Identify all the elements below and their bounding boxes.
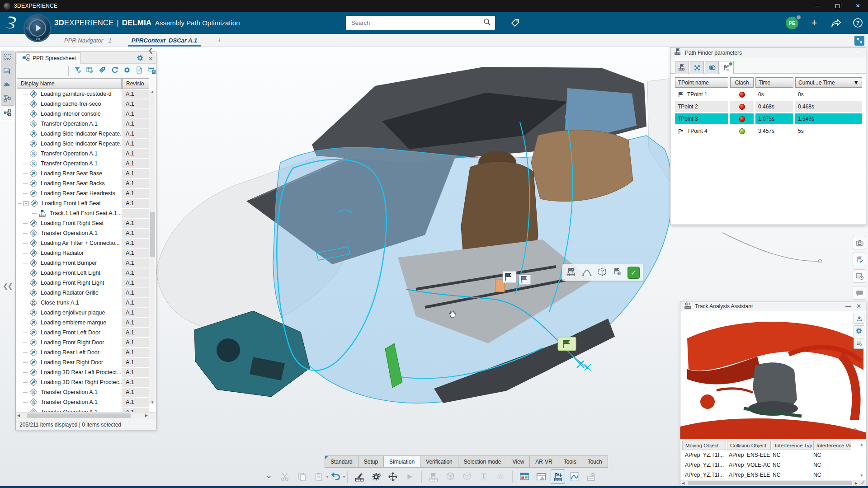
snapshot-history-icon[interactable] bbox=[853, 269, 866, 283]
collapse-left-chevron[interactable]: ❮❮ bbox=[3, 282, 12, 290]
document-tab-2[interactable]: PPRContext_DSCar A.1 bbox=[131, 35, 198, 46]
filter-edit-icon[interactable] bbox=[74, 66, 82, 76]
panel-close-icon[interactable]: ✕ bbox=[148, 56, 153, 62]
search-input[interactable] bbox=[346, 19, 483, 27]
pf-column-header[interactable]: Cumul...e Time▼ bbox=[795, 77, 862, 88]
collapse-chevron-icon[interactable] bbox=[261, 469, 276, 484]
parts-stack-icon[interactable] bbox=[3, 80, 13, 90]
tpoint-row[interactable]: TPoint 31.075s1.543s bbox=[675, 113, 866, 124]
tree-row[interactable]: Transfer Operation A.1A.1 bbox=[17, 228, 156, 238]
image-note-icon[interactable] bbox=[3, 66, 13, 76]
dropdown-caret-icon[interactable]: ▼ bbox=[342, 475, 346, 479]
panel-minimize-icon[interactable]: — bbox=[854, 50, 862, 56]
tree-row[interactable]: Loading Front Right LightA.1 bbox=[17, 278, 156, 288]
flag-check-icon[interactable] bbox=[853, 253, 866, 266]
tree-row[interactable]: Loading Front Right DoorA.1 bbox=[17, 338, 156, 347]
frame-select-icon[interactable] bbox=[3, 53, 13, 63]
tag-icon[interactable] bbox=[98, 66, 106, 76]
table-save-icon[interactable] bbox=[148, 66, 156, 76]
tree-row[interactable]: Transfer Operation A.1A.1 bbox=[17, 397, 156, 407]
tree-row[interactable]: Loading Side Indicator Repeate...A.1 bbox=[17, 139, 156, 149]
document-tab-1[interactable]: PPR Navigator - 1 bbox=[63, 35, 113, 46]
tree-row[interactable]: Loading RadiatorA.1 bbox=[17, 248, 156, 258]
section-tab-ar-vr[interactable]: AR-VR bbox=[529, 455, 557, 468]
interference-row[interactable]: APrep_YZ.T1I...APrep_VOLE-AC...NCNC bbox=[682, 460, 865, 470]
tpoint-name-cell[interactable]: TPoint 2 bbox=[675, 101, 728, 112]
tpoint-row[interactable]: TPoint 10s0s bbox=[675, 89, 866, 100]
import-results-icon[interactable] bbox=[854, 313, 864, 324]
tpoint-row[interactable]: TPoint 20.468s0.468s bbox=[675, 101, 866, 112]
panel-settings-gear-icon[interactable] bbox=[136, 54, 144, 64]
fullscreen-expand-icon[interactable] bbox=[854, 36, 864, 46]
tree-row[interactable]: Loading Radiator GrilleA.1 bbox=[17, 288, 156, 298]
panel-resize-handle[interactable] bbox=[859, 479, 865, 485]
tree-row[interactable]: Loading enjoliveur plaqueA.1 bbox=[17, 308, 156, 318]
table-edit-icon[interactable] bbox=[86, 66, 94, 76]
cumulative-time-cell[interactable]: 1.543s bbox=[795, 113, 862, 124]
structure-tree-icon[interactable] bbox=[3, 94, 13, 103]
bounding-box-icon[interactable] bbox=[597, 267, 609, 278]
camera-icon[interactable] bbox=[853, 236, 866, 249]
collapse-panel-chevron[interactable]: ❮ bbox=[148, 47, 153, 54]
tree-row[interactable]: Loading interior consoleA.1 bbox=[17, 109, 156, 119]
tree-row[interactable]: Transfer Operation A.1A.1 bbox=[17, 149, 156, 159]
ppr-horizontal-scrollbar[interactable]: ◀ ▶ bbox=[16, 412, 156, 419]
tree-row[interactable]: Loading 3D Rear Left Proctect...A.1 bbox=[17, 367, 156, 377]
pf-tab-spread-arrows-icon[interactable] bbox=[690, 61, 704, 74]
tree-row[interactable]: Loading cache-frei-secoA.1 bbox=[17, 99, 156, 109]
time-cell[interactable]: 3.457s bbox=[755, 126, 793, 136]
tree-row[interactable]: Transfer Operation A.1A.1 bbox=[17, 407, 156, 412]
tpoint-name-cell[interactable]: TPoint 1 bbox=[675, 89, 728, 100]
track-column-header[interactable]: Collision Object bbox=[727, 441, 771, 450]
tag-icon[interactable] bbox=[510, 18, 521, 30]
validate-hand-icon[interactable] bbox=[612, 267, 624, 278]
undo-icon[interactable]: ▼ bbox=[328, 469, 343, 484]
path-lightning-icon[interactable] bbox=[566, 267, 578, 278]
share-icon[interactable] bbox=[830, 17, 842, 29]
tree-row[interactable]: Loading Air Filter + Connectio...A.1 bbox=[17, 238, 156, 248]
update-gear-icon[interactable] bbox=[369, 469, 383, 484]
column-revision[interactable]: Revisio bbox=[122, 78, 149, 89]
free-move-icon[interactable] bbox=[386, 469, 400, 484]
tpoint-name-cell[interactable]: TPoint 4 bbox=[675, 126, 728, 136]
tree-row[interactable]: Loading embleme marqueA.1 bbox=[17, 318, 156, 328]
pf-tab-compare-circles-icon[interactable] bbox=[705, 61, 719, 74]
ppr-vertical-scrollbar[interactable]: ▲ ▼ bbox=[149, 90, 156, 404]
section-tab-verification[interactable]: Verification bbox=[420, 455, 458, 468]
gear-icon[interactable] bbox=[123, 66, 131, 76]
collision-preview-3d[interactable] bbox=[680, 311, 866, 440]
ppr-spreadsheet-tab[interactable]: PPR Spreadsheet bbox=[17, 52, 81, 64]
section-tab-simulation[interactable]: Simulation bbox=[383, 455, 420, 468]
record-track-icon[interactable] bbox=[352, 469, 367, 484]
compass-play-icon[interactable] bbox=[36, 24, 41, 32]
track-column-header[interactable]: Interference Va bbox=[813, 441, 851, 450]
tree-row[interactable]: Loading Rear Right DoorA.1 bbox=[17, 357, 156, 367]
track-horizontal-scrollbar[interactable]: ◀ ▶ bbox=[680, 480, 866, 486]
tree-row[interactable]: Loading Rear Seat HeadrestsA.1 bbox=[17, 188, 156, 198]
add-content-icon[interactable]: + bbox=[808, 17, 820, 29]
tree-row[interactable]: −Loading Front Left SeatA.1 bbox=[17, 198, 156, 208]
display-modes-icon[interactable] bbox=[517, 469, 532, 484]
report-list-icon[interactable] bbox=[854, 338, 864, 349]
restore-button[interactable] bbox=[827, 0, 848, 12]
cumulative-time-cell[interactable]: 0.468s bbox=[795, 101, 862, 112]
tree-row[interactable]: Loading Side Indicator Repeate...A.1 bbox=[17, 129, 156, 139]
smooth-curve-icon[interactable] bbox=[581, 267, 593, 278]
tpoint-row[interactable]: TPoint 43.457s5s bbox=[675, 126, 866, 136]
tpoint-name-cell[interactable]: TPoint 3 bbox=[675, 113, 728, 124]
clash-cell[interactable] bbox=[730, 89, 754, 100]
pf-column-header[interactable]: Clash bbox=[730, 77, 754, 88]
clash-cell[interactable] bbox=[730, 113, 754, 124]
gear-icon[interactable] bbox=[854, 325, 864, 336]
minimize-button[interactable]: — bbox=[807, 0, 827, 12]
search-icon[interactable] bbox=[483, 18, 491, 28]
tree-row[interactable]: Loading Front Left LightA.1 bbox=[17, 268, 156, 278]
pf-column-header[interactable]: Time bbox=[755, 77, 793, 88]
track-flags-icon[interactable] bbox=[551, 469, 565, 484]
track-column-header[interactable]: Moving Object bbox=[682, 441, 726, 450]
refresh-icon[interactable] bbox=[111, 66, 119, 76]
tree-row[interactable]: Transfer Operation A.1A.1 bbox=[17, 387, 156, 397]
section-tab-touch[interactable]: Touch bbox=[582, 455, 608, 468]
panel-minimize-icon[interactable]: — bbox=[844, 303, 852, 309]
section-tab-standard[interactable]: Standard bbox=[325, 455, 358, 468]
